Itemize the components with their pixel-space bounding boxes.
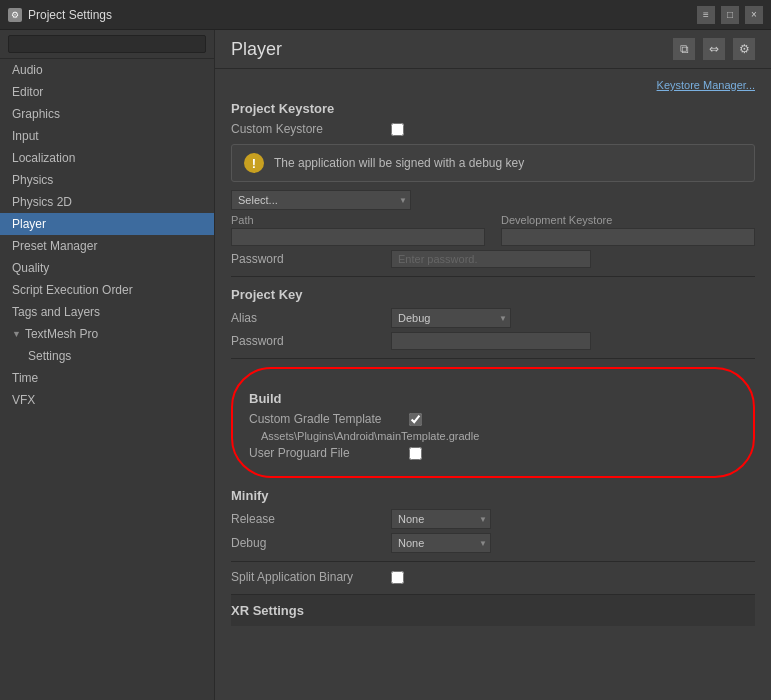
sidebar-item-physics2d[interactable]: Physics 2D xyxy=(0,191,214,213)
content-area: Player ⧉ ⇔ ⚙ Keystore Manager... Project… xyxy=(215,30,771,700)
custom-keystore-checkbox[interactable] xyxy=(391,123,404,136)
window-title: Project Settings xyxy=(28,8,112,22)
divider-3 xyxy=(231,561,755,562)
path-input[interactable] xyxy=(231,228,485,246)
alias-select-wrapper: Debug xyxy=(391,308,511,328)
user-proguard-label: User Proguard File xyxy=(249,446,409,460)
sidebar-item-editor[interactable]: Editor xyxy=(0,81,214,103)
sidebar-item-quality[interactable]: Quality xyxy=(0,257,214,279)
dev-keystore-input[interactable] xyxy=(501,228,755,246)
warning-icon: ! xyxy=(244,153,264,173)
build-header: Build xyxy=(249,391,737,406)
keystore-manager-link[interactable]: Keystore Manager... xyxy=(231,79,755,91)
warning-box: ! The application will be signed with a … xyxy=(231,144,755,182)
release-row: Release None Proguard Gradle xyxy=(231,509,755,529)
maximize-btn[interactable]: □ xyxy=(721,6,739,24)
debug-row: Debug None Proguard Gradle xyxy=(231,533,755,553)
path-label: Path xyxy=(231,214,485,226)
project-keystore-header: Project Keystore xyxy=(231,101,755,116)
divider-2 xyxy=(231,358,755,359)
release-select[interactable]: None Proguard Gradle xyxy=(391,509,491,529)
keystore-select-row: Select... xyxy=(231,190,755,210)
split-app-label: Split Application Binary xyxy=(231,570,391,584)
sidebar-item-tags-layers[interactable]: Tags and Layers xyxy=(0,301,214,323)
project-key-header: Project Key xyxy=(231,287,755,302)
sidebar-item-vfx[interactable]: VFX xyxy=(0,389,214,411)
sidebar: Audio Editor Graphics Input Localization… xyxy=(0,30,215,700)
sidebar-item-textmesh-pro[interactable]: ▼ TextMesh Pro xyxy=(0,323,214,345)
user-proguard-checkbox[interactable] xyxy=(409,447,422,460)
copy-icon-btn[interactable]: ⧉ xyxy=(673,38,695,60)
sidebar-item-time[interactable]: Time xyxy=(0,367,214,389)
debug-select[interactable]: None Proguard Gradle xyxy=(391,533,491,553)
debug-label: Debug xyxy=(231,536,391,550)
menu-btn[interactable]: ≡ xyxy=(697,6,715,24)
alias-row: Alias Debug xyxy=(231,308,755,328)
dev-keystore-label: Development Keystore xyxy=(501,214,755,226)
password-label: Password xyxy=(231,252,391,266)
release-select-wrapper: None Proguard Gradle xyxy=(391,509,491,529)
release-label: Release xyxy=(231,512,391,526)
debug-select-wrapper: None Proguard Gradle xyxy=(391,533,491,553)
main-container: Audio Editor Graphics Input Localization… xyxy=(0,30,771,700)
project-key-password-input[interactable] xyxy=(391,332,591,350)
project-key-password-label: Password xyxy=(231,334,391,348)
sidebar-item-physics[interactable]: Physics xyxy=(0,169,214,191)
sidebar-item-input[interactable]: Input xyxy=(0,125,214,147)
custom-gradle-label: Custom Gradle Template xyxy=(249,412,409,426)
alias-select[interactable]: Debug xyxy=(391,308,511,328)
window-controls: ≡ □ × xyxy=(697,6,763,24)
gear-icon-btn[interactable]: ⚙ xyxy=(733,38,755,60)
gradle-path: Assets\Plugins\Android\mainTemplate.grad… xyxy=(249,430,737,442)
arrow-icon: ▼ xyxy=(12,329,21,339)
dock-icon-btn[interactable]: ⇔ xyxy=(703,38,725,60)
dev-keystore-col: Development Keystore xyxy=(501,214,755,246)
build-section: Build Custom Gradle Template Assets\Plug… xyxy=(231,367,755,478)
user-proguard-row: User Proguard File xyxy=(249,446,737,460)
title-bar: ⚙ Project Settings ≡ □ × xyxy=(0,0,771,30)
split-app-row: Split Application Binary xyxy=(231,570,755,584)
alias-label: Alias xyxy=(231,311,391,325)
password-input[interactable] xyxy=(391,250,591,268)
warning-text: The application will be signed with a de… xyxy=(274,156,524,170)
divider-1 xyxy=(231,276,755,277)
search-input[interactable] xyxy=(8,35,206,53)
xr-header-text: XR Settings xyxy=(231,603,755,618)
content-header: Player ⧉ ⇔ ⚙ xyxy=(215,30,771,69)
xr-settings-header: XR Settings xyxy=(231,594,755,626)
sidebar-item-graphics[interactable]: Graphics xyxy=(0,103,214,125)
app-icon: ⚙ xyxy=(8,8,22,22)
sidebar-item-localization[interactable]: Localization xyxy=(0,147,214,169)
header-icons: ⧉ ⇔ ⚙ xyxy=(673,38,755,60)
path-col: Path xyxy=(231,214,485,246)
content-body: Keystore Manager... Project Keystore Cus… xyxy=(215,69,771,700)
sidebar-item-script-execution[interactable]: Script Execution Order xyxy=(0,279,214,301)
sidebar-item-audio[interactable]: Audio xyxy=(0,59,214,81)
custom-gradle-row: Custom Gradle Template xyxy=(249,412,737,426)
custom-keystore-row: Custom Keystore xyxy=(231,122,755,136)
keystore-select[interactable]: Select... xyxy=(231,190,411,210)
close-btn[interactable]: × xyxy=(745,6,763,24)
sidebar-item-settings[interactable]: Settings xyxy=(0,345,214,367)
sidebar-item-preset-manager[interactable]: Preset Manager xyxy=(0,235,214,257)
path-devkeystore-grid: Path Development Keystore xyxy=(231,214,755,246)
custom-gradle-checkbox[interactable] xyxy=(409,413,422,426)
split-app-checkbox[interactable] xyxy=(391,571,404,584)
page-title: Player xyxy=(231,39,282,60)
minify-header: Minify xyxy=(231,488,755,503)
password-row: Password xyxy=(231,250,755,268)
search-bar xyxy=(0,30,214,59)
custom-keystore-label: Custom Keystore xyxy=(231,122,391,136)
keystore-select-wrapper: Select... xyxy=(231,190,411,210)
project-key-password-row: Password xyxy=(231,332,755,350)
sidebar-item-player[interactable]: Player xyxy=(0,213,214,235)
